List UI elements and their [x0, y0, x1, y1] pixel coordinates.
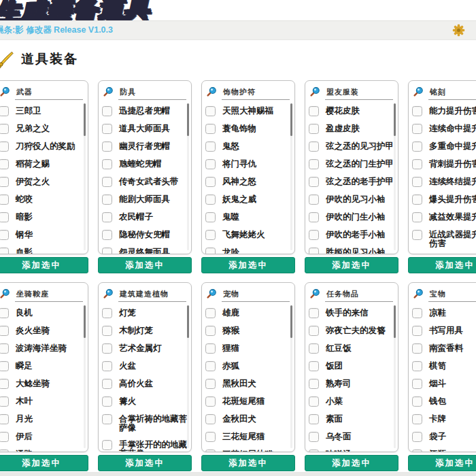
item-checkbox[interactable] — [412, 194, 422, 205]
list-item[interactable]: 伊吹的见习小袖 — [305, 190, 398, 208]
item-checkbox[interactable] — [309, 432, 319, 442]
list-item[interactable]: 钱包 — [409, 392, 476, 410]
item-checkbox[interactable] — [0, 396, 9, 407]
list-item[interactable]: 将门寻仇 — [202, 155, 294, 173]
item-checkbox[interactable] — [412, 326, 422, 336]
item-checkbox[interactable] — [309, 449, 319, 452]
list-item[interactable]: 木制灯笼 — [99, 322, 191, 339]
list-item[interactable]: 风神之怒 — [202, 173, 294, 190]
add-selected-button[interactable]: 添加选中 — [201, 455, 295, 471]
add-selected-button[interactable]: 添加选中 — [98, 455, 192, 471]
list-item[interactable]: 爆头提升伤害 — [409, 190, 476, 208]
item-checkbox[interactable] — [205, 177, 216, 187]
item-checkbox[interactable] — [0, 414, 9, 424]
item-checkbox[interactable] — [309, 326, 319, 336]
item-checkbox[interactable] — [309, 124, 319, 134]
item-checkbox[interactable] — [309, 379, 319, 389]
list-item[interactable]: 幽灵行者兜帽 — [99, 137, 191, 155]
item-checkbox[interactable] — [102, 212, 112, 222]
list-item[interactable]: 手掌张开的的地藏菩萨像 — [99, 436, 191, 452]
item-checkbox[interactable] — [412, 432, 422, 442]
add-selected-button[interactable]: 添加选中 — [98, 257, 192, 273]
item-checkbox[interactable] — [0, 124, 9, 134]
item-checkbox[interactable] — [102, 414, 112, 424]
item-checkbox[interactable] — [309, 343, 319, 354]
list-item[interactable]: 迅捷忍者兜帽 — [99, 102, 191, 120]
item-checkbox[interactable] — [412, 414, 422, 424]
item-checkbox[interactable] — [412, 343, 422, 354]
item-checkbox[interactable] — [0, 194, 9, 205]
item-checkbox[interactable] — [205, 194, 216, 205]
add-selected-button[interactable]: 添加选中 — [0, 455, 88, 471]
item-checkbox[interactable] — [412, 159, 422, 169]
item-checkbox[interactable] — [309, 414, 319, 424]
search-filter-input[interactable]: 坐骑鞍座 — [0, 283, 88, 299]
item-checkbox[interactable] — [102, 124, 112, 134]
list-item[interactable]: 铁手的来信 — [305, 304, 398, 322]
list-item[interactable]: 波涛海洋坐骑 — [0, 339, 88, 357]
search-filter-input[interactable]: 武器 — [0, 81, 88, 97]
list-item[interactable]: 连续终结提升 — [409, 173, 476, 190]
list-item[interactable]: 伊后 — [0, 428, 88, 445]
item-checkbox[interactable] — [205, 326, 216, 336]
add-selected-button[interactable]: 添加选中 — [201, 257, 295, 273]
item-checkbox[interactable] — [309, 308, 319, 318]
search-filter-input[interactable]: 铭刻 — [409, 81, 476, 97]
add-selected-button[interactable]: 添加选中 — [408, 455, 476, 471]
list-item[interactable]: 味噌汤 — [305, 445, 398, 452]
list-item[interactable]: 鬼怒 — [202, 137, 294, 155]
add-selected-button[interactable]: 添加选中 — [305, 257, 398, 273]
item-checkbox[interactable] — [412, 449, 422, 452]
item-checkbox[interactable] — [309, 194, 319, 205]
list-item[interactable]: 胜姬的见习小袖 — [305, 243, 398, 254]
list-item[interactable]: 血影 — [0, 243, 88, 254]
list-item[interactable]: 合掌祈祷的地藏菩萨像 — [99, 410, 191, 436]
list-item[interactable]: 蓑龟饰物 — [202, 120, 294, 137]
item-checkbox[interactable] — [0, 141, 9, 152]
list-item[interactable]: 蛇咬 — [0, 190, 88, 208]
item-checkbox[interactable] — [412, 361, 422, 371]
list-item[interactable]: 刀狩役人的奖励 — [0, 137, 88, 155]
item-checkbox[interactable] — [309, 141, 319, 152]
item-checkbox[interactable] — [0, 379, 9, 389]
list-item[interactable]: 通路 — [0, 445, 88, 452]
list-item[interactable]: 怨灵终舞面具 — [99, 243, 191, 254]
item-checkbox[interactable] — [205, 449, 216, 452]
list-item[interactable]: 近战武器提升伤害 — [409, 226, 476, 252]
search-filter-input[interactable]: 宝物 — [409, 283, 476, 299]
item-checkbox[interactable] — [412, 396, 422, 407]
list-item[interactable]: 赤狐 — [202, 357, 294, 375]
item-checkbox[interactable] — [0, 159, 9, 169]
list-item[interactable]: 炎火坐骑 — [0, 322, 88, 339]
item-checkbox[interactable] — [205, 159, 216, 169]
list-item[interactable]: 雄鹿 — [202, 304, 294, 322]
item-checkbox[interactable] — [205, 106, 216, 116]
list-item[interactable]: 狸猫 — [202, 339, 294, 357]
item-checkbox[interactable] — [0, 106, 9, 116]
settings-gear-icon[interactable] — [452, 24, 465, 37]
item-checkbox[interactable] — [412, 379, 422, 389]
search-filter-input[interactable]: 宠物 — [202, 283, 294, 299]
list-item[interactable]: 敌人生命过半提升伤害 — [409, 252, 476, 254]
list-item[interactable]: 龙吟 — [202, 243, 294, 254]
list-item[interactable]: 棋笥 — [409, 357, 476, 375]
list-item[interactable]: 兄弟之义 — [0, 120, 88, 137]
item-checkbox[interactable] — [412, 124, 422, 134]
scrollbar-thumb[interactable] — [84, 305, 86, 338]
list-item[interactable]: 瞬足 — [0, 357, 88, 375]
item-checkbox[interactable] — [309, 230, 319, 240]
item-checkbox[interactable] — [309, 361, 319, 371]
list-item[interactable]: 虺蝰蛇兜帽 — [99, 155, 191, 173]
list-item[interactable]: 背刺提升伤害 — [409, 155, 476, 173]
list-item[interactable]: 篝火 — [99, 392, 191, 410]
list-item[interactable]: 三花短尾猫 — [202, 428, 294, 445]
item-checkbox[interactable] — [102, 159, 112, 169]
item-checkbox[interactable] — [205, 396, 216, 407]
item-checkbox[interactable] — [102, 308, 112, 318]
item-checkbox[interactable] — [102, 177, 112, 187]
list-item[interactable]: 农民帽子 — [99, 208, 191, 226]
list-item[interactable]: 烟斗 — [409, 375, 476, 392]
list-item[interactable]: 卡牌 — [409, 410, 476, 428]
item-checkbox[interactable] — [205, 248, 216, 254]
list-item[interactable]: 灯笼 — [99, 304, 191, 322]
